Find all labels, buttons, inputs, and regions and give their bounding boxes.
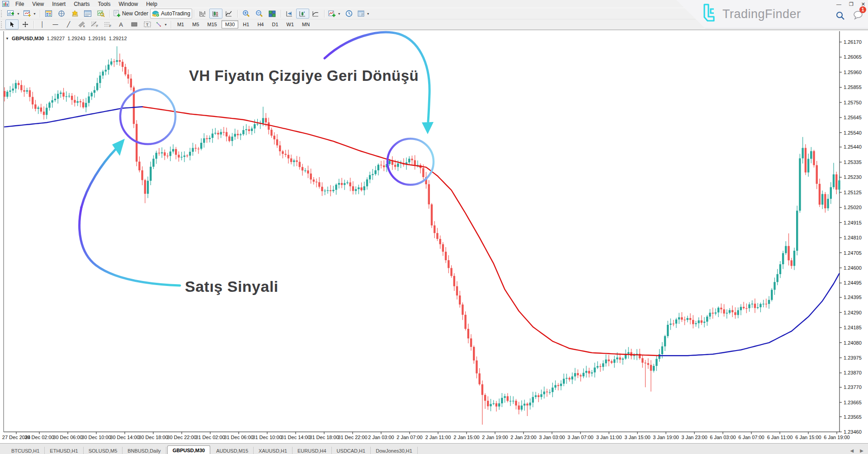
chart-tab-btcusd-h1[interactable]: BTCUSD,H1 [6, 447, 45, 454]
chart-profiles-icon [24, 10, 31, 17]
cursor-tool-button[interactable] [5, 19, 19, 29]
scale-fix-icon [312, 10, 319, 17]
data-window-button[interactable] [55, 9, 68, 19]
menu-tools[interactable]: Tools [94, 0, 115, 8]
trendline-tool-button[interactable]: ╱ [62, 19, 75, 29]
svg-text:1.23770: 1.23770 [844, 384, 862, 390]
svg-text:1.25855: 1.25855 [844, 84, 862, 90]
periods-clock-button[interactable] [343, 9, 356, 19]
fibonacci-tool-button[interactable]: F [88, 19, 101, 29]
close-button[interactable]: ✕ [861, 1, 865, 7]
svg-text:1.24185: 1.24185 [844, 325, 862, 330]
svg-text:1.24705: 1.24705 [844, 250, 862, 256]
fibonacci-expansion-tool-button[interactable]: F [101, 19, 114, 29]
chart-profiles-caret: ▼ [33, 12, 36, 15]
restore-button[interactable]: ❐ [849, 1, 854, 7]
svg-text:2 Jan 07:00: 2 Jan 07:00 [396, 435, 423, 440]
menu-file[interactable]: File [11, 0, 28, 8]
templates-button[interactable]: ▼ [356, 9, 372, 19]
svg-text:1.25645: 1.25645 [844, 115, 862, 120]
chart-tab-audusd-m15[interactable]: AUDUSD,M15 [211, 447, 254, 454]
chart-tab-gbpusd-m30[interactable]: GBPUSD,M30 [167, 445, 211, 454]
chart-tab-solusd-m5[interactable]: SOLUSD,M5 [84, 447, 123, 454]
menu-view[interactable]: View [28, 0, 48, 8]
navigator-button[interactable] [68, 9, 81, 19]
svg-text:F: F [109, 24, 111, 28]
rectangle-tool-button[interactable] [127, 19, 141, 29]
autotrading-button[interactable]: AutoTrading [150, 9, 192, 19]
svg-text:1.24080: 1.24080 [844, 340, 862, 346]
chart-tab-xauusd-h1[interactable]: XAUUSD,H1 [254, 447, 292, 454]
menu-charts[interactable]: Charts [70, 0, 94, 8]
menu-items: FileViewInsertChartsToolsWindowHelp [11, 0, 161, 8]
return-annotation-label: VH Fiyatın Çizgiye Geri Dönüşü [189, 67, 419, 84]
crosshair-tool-button[interactable] [19, 19, 32, 29]
bar-chart-type-button[interactable] [196, 9, 209, 19]
text-tool-button[interactable]: A [114, 19, 127, 29]
timeframe-mn[interactable]: MN [298, 20, 313, 28]
chart-profiles-button[interactable]: ▼ [22, 9, 38, 19]
candlestick-chart-type-button[interactable] [209, 9, 222, 19]
tile-windows-button[interactable] [266, 9, 279, 19]
signal-circle-crossover [120, 89, 175, 144]
chart-tab-ethusd-h1[interactable]: ETHUSD,H1 [45, 447, 83, 454]
scale-fix-button[interactable] [309, 9, 322, 19]
arrows-tool-button[interactable]: ▼ [154, 19, 169, 29]
svg-text:3 Jan 07:00: 3 Jan 07:00 [567, 435, 594, 440]
chart-tab-dowjones30-h1[interactable]: DowJones30,H1 [371, 447, 418, 454]
chart-tab-eurusd-h4[interactable]: EURUSD,H4 [292, 447, 332, 454]
toolbar-grip[interactable] [1, 21, 4, 28]
chart-canvas[interactable]: 1.261701.260651.259601.258551.257501.256… [0, 30, 868, 443]
new-order-button[interactable]: New Order [112, 9, 150, 19]
svg-text:1.23870: 1.23870 [844, 370, 862, 375]
sell-annotation-arrow-lower [80, 207, 180, 286]
strategy-tester-button[interactable] [94, 9, 108, 19]
market-watch-button[interactable] [42, 9, 55, 19]
label-tool-button[interactable]: T [141, 19, 154, 29]
templates-caret: ▼ [367, 12, 370, 15]
tabs-scroll-left-icon[interactable]: ◀ [850, 448, 854, 453]
timeframe-m15[interactable]: M15 [204, 20, 221, 28]
svg-text:2 Jan 23:00: 2 Jan 23:00 [510, 435, 537, 440]
data-window-icon [58, 10, 65, 17]
chart-tab-bnbusd-daily[interactable]: BNBUSD,Daily [123, 447, 166, 454]
channel-tool-button[interactable]: E [75, 19, 88, 29]
zoom-in-button[interactable] [240, 9, 253, 19]
menu-window[interactable]: Window [115, 0, 142, 8]
indicators-icon [328, 10, 336, 17]
svg-text:2 Jan 11:00: 2 Jan 11:00 [425, 435, 451, 440]
tabs-scroll-right-icon[interactable]: ▶ [860, 448, 863, 453]
svg-text:3 Jan 15:00: 3 Jan 15:00 [624, 435, 651, 440]
timeframe-w1[interactable]: W1 [283, 20, 298, 28]
toolbar-grip[interactable] [1, 10, 4, 17]
indicators-button[interactable]: ▼ [326, 9, 343, 19]
vertical-line-tool-button[interactable]: │ [36, 19, 49, 29]
svg-text:2 Jan 03:00: 2 Jan 03:00 [368, 435, 394, 440]
chart-shift-button[interactable] [296, 9, 309, 19]
zoom-out-button[interactable] [253, 9, 266, 19]
strategy-tester-icon [97, 10, 105, 17]
timeframe-d1[interactable]: D1 [268, 20, 282, 28]
timeframe-m30[interactable]: M30 [222, 20, 238, 28]
timeframe-m5[interactable]: M5 [189, 20, 203, 28]
timeframe-m1[interactable]: M1 [174, 20, 188, 28]
search-icon[interactable] [835, 11, 845, 21]
svg-text:1.25335: 1.25335 [844, 159, 862, 165]
symbol-dropdown-icon[interactable]: ▼ [5, 37, 9, 41]
chat-button[interactable]: 1 [853, 10, 863, 22]
timeframe-h1[interactable]: H1 [239, 20, 253, 28]
new-chart-button[interactable]: ▼ [5, 9, 22, 19]
symbol-quote-line[interactable]: ▼ GBPUSD,M30 1.29227 1.29243 1.29191 1.2… [5, 36, 127, 41]
auto-scroll-button[interactable] [283, 9, 296, 19]
timeframe-h4[interactable]: H4 [254, 20, 267, 28]
line-chart-type-button[interactable] [222, 9, 236, 19]
chart-tab-usdcad-h1[interactable]: USDCAD,H1 [332, 447, 371, 454]
new-chart-icon [7, 10, 15, 17]
horizontal-line-tool-button[interactable]: — [49, 19, 62, 29]
separator [171, 21, 171, 28]
minimize-button[interactable]: — [836, 1, 841, 7]
menu-insert[interactable]: Insert [48, 0, 70, 8]
menu-help[interactable]: Help [142, 0, 161, 8]
autotrading-label: AutoTrading [161, 10, 190, 17]
terminal-button[interactable] [81, 9, 94, 19]
